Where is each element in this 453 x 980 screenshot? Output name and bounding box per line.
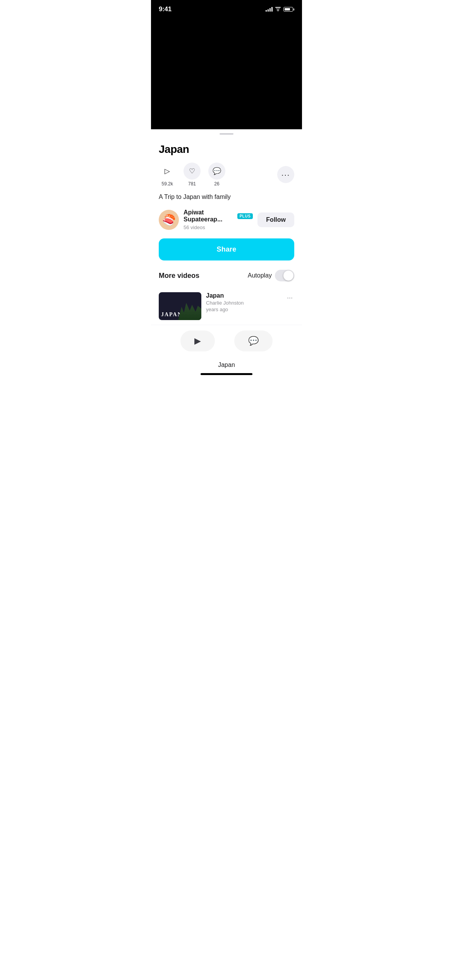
stats-row: ▷ 59.2k ♡ 781 💬 26 ··· bbox=[159, 163, 294, 187]
battery-icon bbox=[283, 7, 294, 12]
drag-handle bbox=[220, 133, 233, 135]
like-icon-wrap: ♡ bbox=[184, 163, 201, 180]
video-description: A Trip to Japan with family bbox=[159, 193, 294, 201]
comment-icon: 💬 bbox=[213, 167, 221, 175]
more-videos-title: More videos bbox=[159, 272, 199, 280]
like-stat[interactable]: ♡ 781 bbox=[184, 163, 201, 187]
drag-handle-wrap bbox=[151, 129, 302, 137]
home-indicator bbox=[151, 370, 302, 379]
plus-badge: PLUS bbox=[237, 213, 253, 219]
author-name-row: Apiwat Supateerap... PLUS bbox=[184, 209, 253, 223]
video-player[interactable] bbox=[151, 17, 302, 129]
status-icons bbox=[266, 7, 294, 12]
play-tab-icon: ▶ bbox=[194, 336, 201, 346]
like-count: 781 bbox=[188, 181, 196, 187]
comment-stat[interactable]: 💬 26 bbox=[208, 163, 225, 187]
author-info: Apiwat Supateerap... PLUS 56 videos bbox=[184, 209, 253, 231]
avatar-emoji: 🍣 bbox=[162, 214, 176, 226]
video-list-item[interactable]: JAPAN Japan Charlie Johnston years ago ·… bbox=[151, 288, 302, 325]
comment-icon-wrap: 💬 bbox=[208, 163, 225, 180]
comment-tab-button[interactable]: 💬 bbox=[234, 331, 273, 351]
autoplay-row: Autoplay bbox=[248, 270, 294, 281]
bottom-tab-bar: ▶ 💬 bbox=[151, 325, 302, 359]
video-title: Japan bbox=[159, 143, 294, 156]
toggle-knob bbox=[283, 271, 293, 281]
avatar[interactable]: 🍣 bbox=[159, 210, 179, 230]
more-videos-section: More videos Autoplay bbox=[151, 270, 302, 281]
comment-tab-icon: 💬 bbox=[248, 336, 259, 346]
video-thumbnail: JAPAN bbox=[159, 292, 201, 320]
author-video-count: 56 videos bbox=[184, 224, 205, 230]
play-tab-button[interactable]: ▶ bbox=[180, 331, 215, 351]
more-videos-header: More videos Autoplay bbox=[159, 270, 294, 281]
signal-icon bbox=[266, 7, 273, 12]
video-item-author: Charlie Johnston bbox=[206, 300, 281, 306]
video-item-info: Japan Charlie Johnston years ago bbox=[206, 292, 281, 312]
bottom-title: Japan bbox=[151, 359, 302, 370]
play-count: 59.2k bbox=[161, 181, 173, 187]
play-stat: ▷ 59.2k bbox=[159, 163, 176, 187]
comment-count: 26 bbox=[214, 181, 219, 187]
autoplay-label: Autoplay bbox=[248, 272, 272, 279]
share-button[interactable]: Share bbox=[159, 238, 294, 260]
video-item-more-icon[interactable]: ··· bbox=[285, 292, 294, 303]
autoplay-toggle[interactable] bbox=[275, 270, 294, 281]
main-content: Japan ▷ 59.2k ♡ 781 💬 26 ··· A Trip to J… bbox=[151, 137, 302, 270]
play-icon-wrap: ▷ bbox=[159, 163, 176, 180]
wifi-icon bbox=[275, 7, 281, 12]
author-row: 🍣 Apiwat Supateerap... PLUS 56 videos Fo… bbox=[159, 209, 294, 231]
video-item-meta: years ago bbox=[206, 307, 281, 312]
more-dots-icon: ··· bbox=[281, 171, 290, 178]
play-icon: ▷ bbox=[165, 167, 170, 175]
follow-button[interactable]: Follow bbox=[257, 212, 294, 227]
status-time: 9:41 bbox=[159, 5, 172, 13]
video-item-title: Japan bbox=[206, 292, 281, 299]
status-bar: 9:41 bbox=[151, 0, 302, 17]
heart-icon: ♡ bbox=[189, 167, 195, 175]
more-options-button[interactable]: ··· bbox=[277, 166, 294, 183]
thumbnail-trees bbox=[178, 301, 201, 320]
author-name: Apiwat Supateerap... bbox=[184, 209, 234, 223]
home-bar bbox=[201, 373, 252, 375]
